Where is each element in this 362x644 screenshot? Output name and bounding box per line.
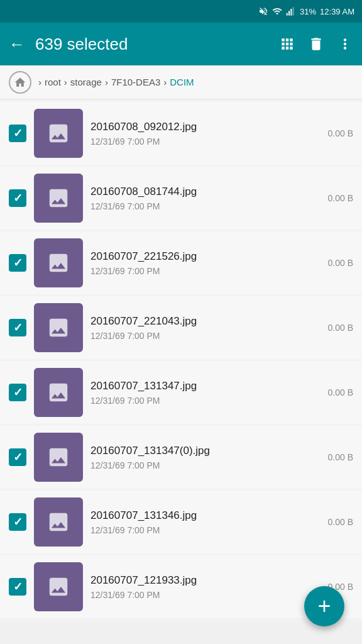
file-checkbox-0[interactable] [9, 125, 26, 142]
file-date-1: 12/31/69 7:00 PM [90, 201, 321, 211]
breadcrumb-root[interactable]: root [45, 77, 61, 87]
file-item[interactable]: 20160707_221526.jpg 12/31/69 7:00 PM 0.0… [0, 231, 362, 294]
file-name-3: 20160707_221043.jpg [90, 315, 321, 328]
image-icon [47, 510, 70, 534]
file-info-0: 20160708_092012.jpg 12/31/69 7:00 PM [90, 121, 321, 147]
file-thumbnail-4 [34, 368, 83, 417]
home-button[interactable] [9, 71, 31, 94]
file-size-2: 0.00 B [328, 258, 353, 268]
breadcrumb-sep-1: › [38, 77, 41, 87]
image-icon [47, 575, 70, 599]
file-checkbox-5[interactable] [9, 448, 26, 466]
file-name-4: 20160707_131347.jpg [90, 380, 321, 392]
file-size-4: 0.00 B [328, 387, 353, 397]
file-info-2: 20160707_221526.jpg 12/31/69 7:00 PM [90, 250, 321, 276]
svg-rect-1 [288, 11, 290, 15]
file-name-0: 20160708_092012.jpg [90, 121, 321, 133]
file-thumbnail-2 [34, 238, 83, 287]
file-size-6: 0.00 B [328, 517, 353, 527]
file-checkbox-7[interactable] [9, 578, 26, 596]
breadcrumb-sdcard[interactable]: 7F10-DEA3 [111, 77, 160, 87]
file-date-4: 12/31/69 7:00 PM [90, 396, 321, 406]
file-date-5: 12/31/69 7:00 PM [90, 460, 321, 470]
file-checkbox-1[interactable] [9, 189, 26, 207]
file-thumbnail-7 [34, 562, 83, 611]
image-icon [47, 380, 70, 404]
file-thumbnail-0 [34, 109, 83, 158]
svg-rect-2 [290, 9, 292, 16]
signal-icon [286, 6, 296, 16]
breadcrumb-sep-4: › [163, 77, 167, 87]
breadcrumb-bar: › root › storage › 7F10-DEA3 › DCIM [0, 65, 362, 99]
file-thumbnail-5 [34, 433, 83, 482]
image-icon [47, 445, 70, 469]
file-item[interactable]: 20160707_221043.jpg 12/31/69 7:00 PM 0.0… [0, 296, 362, 359]
svg-rect-0 [287, 13, 288, 16]
file-info-7: 20160707_121933.jpg 12/31/69 7:00 PM [90, 574, 321, 600]
fab-icon: + [317, 593, 331, 619]
file-size-1: 0.00 B [328, 193, 353, 203]
file-name-1: 20160708_081744.jpg [90, 186, 321, 198]
file-size-5: 0.00 B [328, 452, 353, 462]
file-date-0: 12/31/69 7:00 PM [90, 136, 321, 147]
file-size-3: 0.00 B [328, 323, 353, 333]
image-icon [47, 186, 70, 210]
file-date-2: 12/31/69 7:00 PM [90, 266, 321, 276]
file-info-4: 20160707_131347.jpg 12/31/69 7:00 PM [90, 380, 321, 406]
status-bar: 31% 12:39 AM [0, 0, 362, 23]
file-name-5: 20160707_131347(0).jpg [90, 445, 321, 457]
file-info-5: 20160707_131347(0).jpg 12/31/69 7:00 PM [90, 445, 321, 470]
svg-rect-3 [293, 7, 294, 15]
action-bar-icons [279, 36, 353, 52]
time-text: 12:39 AM [320, 7, 354, 16]
status-icons: 31% 12:39 AM [258, 6, 354, 16]
file-info-6: 20160707_131346.jpg 12/31/69 7:00 PM [90, 509, 321, 535]
file-list: 20160708_092012.jpg 12/31/69 7:00 PM 0.0… [0, 99, 362, 623]
file-checkbox-6[interactable] [9, 513, 26, 531]
file-name-6: 20160707_131346.jpg [90, 509, 321, 522]
file-date-6: 12/31/69 7:00 PM [90, 525, 321, 535]
file-thumbnail-3 [34, 303, 83, 352]
image-icon [47, 251, 70, 275]
breadcrumb-sep-2: › [64, 77, 67, 87]
file-info-3: 20160707_221043.jpg 12/31/69 7:00 PM [90, 315, 321, 341]
file-name-2: 20160707_221526.jpg [90, 250, 321, 263]
file-item[interactable]: 20160708_081744.jpg 12/31/69 7:00 PM 0.0… [0, 167, 362, 230]
file-date-7: 12/31/69 7:00 PM [90, 590, 321, 600]
file-checkbox-2[interactable] [9, 254, 26, 272]
action-bar: ← 639 selected [0, 23, 362, 65]
image-icon [47, 316, 70, 340]
file-checkbox-3[interactable] [9, 319, 26, 336]
mute-icon [258, 6, 268, 16]
breadcrumb-dcim[interactable]: DCIM [170, 77, 194, 87]
delete-icon[interactable] [308, 36, 324, 52]
breadcrumb-storage[interactable]: storage [70, 77, 102, 87]
grid-icon[interactable] [279, 36, 295, 52]
file-item[interactable]: 20160708_092012.jpg 12/31/69 7:00 PM 0.0… [0, 102, 362, 165]
file-item[interactable]: 20160707_131346.jpg 12/31/69 7:00 PM 0.0… [0, 491, 362, 553]
selection-count-title: 639 selected [35, 35, 273, 54]
file-name-7: 20160707_121933.jpg [90, 574, 321, 587]
file-size-0: 0.00 B [328, 128, 353, 138]
file-item[interactable]: 20160707_131347.jpg 12/31/69 7:00 PM 0.0… [0, 361, 362, 424]
file-thumbnail-1 [34, 174, 83, 223]
file-item[interactable]: 20160707_131347(0).jpg 12/31/69 7:00 PM … [0, 426, 362, 489]
file-date-3: 12/31/69 7:00 PM [90, 331, 321, 341]
image-icon [47, 121, 70, 145]
wifi-icon [272, 6, 282, 16]
back-button[interactable]: ← [9, 35, 25, 54]
file-info-1: 20160708_081744.jpg 12/31/69 7:00 PM [90, 186, 321, 211]
breadcrumb-sep-3: › [105, 77, 108, 87]
file-thumbnail-6 [34, 497, 83, 547]
fab-add-button[interactable]: + [304, 586, 344, 626]
file-checkbox-4[interactable] [9, 384, 26, 401]
more-icon[interactable] [337, 36, 353, 52]
battery-text: 31% [300, 7, 316, 16]
